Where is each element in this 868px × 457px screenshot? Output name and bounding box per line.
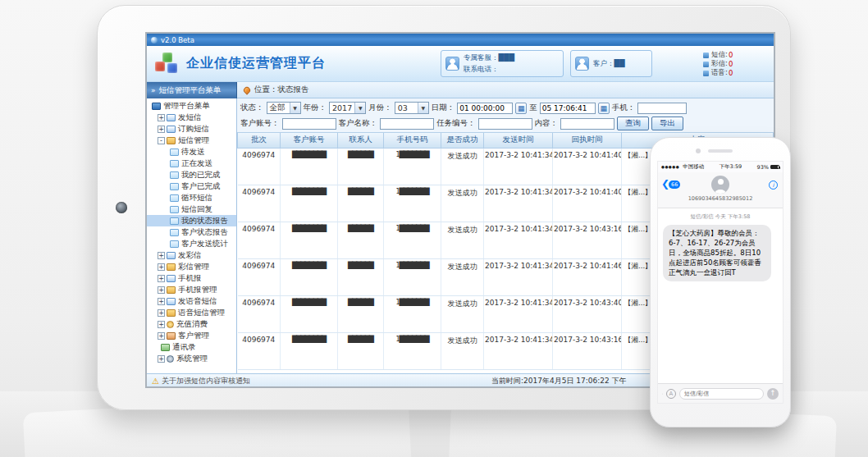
expander-icon[interactable]: + bbox=[158, 321, 165, 328]
date-from-input[interactable] bbox=[457, 103, 513, 114]
apps-icon[interactable]: A bbox=[666, 389, 676, 399]
to-label: 至 bbox=[529, 103, 537, 113]
sidebar-item[interactable]: +发短信 bbox=[147, 112, 236, 123]
expander-icon[interactable]: - bbox=[158, 137, 165, 144]
expander-icon[interactable]: + bbox=[158, 298, 165, 305]
sidebar-item[interactable]: +系统管理 bbox=[147, 353, 236, 364]
expander-icon[interactable]: + bbox=[158, 126, 165, 133]
account-input[interactable] bbox=[282, 118, 336, 130]
window-title-bar: v2.0 Beta bbox=[147, 34, 774, 46]
sidebar-item[interactable]: 管理平台菜单 bbox=[147, 100, 236, 112]
phone-label: 手机： bbox=[612, 103, 636, 113]
sidebar-item-label: 短信回复 bbox=[181, 204, 212, 215]
cube-red-icon bbox=[155, 62, 165, 71]
expander-icon[interactable]: + bbox=[158, 275, 165, 282]
column-header[interactable]: 手机号码 bbox=[384, 133, 441, 148]
sidebar-item[interactable]: 通讯录 bbox=[147, 341, 236, 353]
message-input[interactable] bbox=[679, 388, 764, 400]
expander-icon[interactable]: + bbox=[158, 114, 165, 121]
column-header[interactable]: 批次 bbox=[238, 133, 281, 148]
year-select[interactable]: 2017 ▼ bbox=[329, 102, 366, 114]
cell-phone: 1███████ bbox=[384, 185, 441, 222]
mail-icon bbox=[167, 298, 176, 305]
cell-account: ████████ bbox=[281, 148, 338, 185]
sidebar-item-label: 客户管理 bbox=[178, 331, 209, 341]
sidebar-item[interactable]: 循环短信 bbox=[147, 192, 236, 203]
sidebar-item[interactable]: 我的已完成 bbox=[147, 169, 236, 181]
status-select[interactable]: 全部 ▼ bbox=[267, 102, 301, 114]
conversation-area: 短信/彩信 今天 下午3:58 【芝心大药房】尊敬的会员：6-7、16-17、2… bbox=[658, 208, 783, 281]
sidebar-item[interactable]: +手机报管理 bbox=[147, 284, 236, 295]
cell-contact: ██████ bbox=[338, 332, 384, 369]
column-header[interactable]: 是否成功 bbox=[441, 133, 484, 148]
phone-screen: ●●●●● 中国移动 下午3:59 93% ❮ 66 i 10690346458… bbox=[657, 161, 783, 404]
calendar-icon[interactable]: ▦ bbox=[515, 103, 527, 114]
month-select[interactable]: 03 ▼ bbox=[395, 102, 429, 114]
book-icon bbox=[161, 344, 170, 351]
mail-icon bbox=[167, 275, 176, 282]
stat-bullet-icon bbox=[703, 53, 709, 58]
phone-speaker bbox=[708, 149, 733, 153]
camera-icon[interactable] bbox=[662, 390, 663, 398]
stat-label: 语音: bbox=[711, 68, 728, 78]
sidebar-item[interactable]: +订购短信 bbox=[147, 123, 236, 135]
notice-link[interactable]: ⚠ 关于加强短信内容审核通知 bbox=[152, 376, 250, 386]
message-input-bar: A ↑ bbox=[658, 383, 783, 403]
search-button[interactable]: 查询 bbox=[617, 117, 649, 130]
sidebar-header: » 短信管理平台菜单 bbox=[147, 82, 237, 98]
sidebar-item[interactable]: +客户管理 bbox=[147, 330, 236, 341]
calendar-icon[interactable]: ▦ bbox=[598, 103, 610, 114]
battery-icon bbox=[770, 165, 779, 169]
customer-name-input[interactable] bbox=[380, 118, 434, 130]
cell-contact: ██████ bbox=[338, 295, 384, 332]
sidebar-tree: 管理平台菜单+发短信+订购短信-短信管理待发送正在发送我的已完成客户已完成循环短… bbox=[147, 98, 237, 373]
chevron-down-icon: ▼ bbox=[290, 103, 300, 113]
chevron-down-icon: ▼ bbox=[418, 103, 428, 113]
sidebar-item[interactable]: +彩信管理 bbox=[147, 261, 236, 272]
sidebar-item[interactable]: 正在发送 bbox=[147, 158, 236, 169]
column-header[interactable]: 联系人 bbox=[338, 133, 384, 148]
column-header[interactable]: 客户账号 bbox=[281, 133, 338, 148]
sidebar-item-label: 彩信管理 bbox=[178, 262, 209, 272]
cell-receipt_time: 2017-3-2 10:41:40 bbox=[553, 148, 622, 185]
date-to-input[interactable] bbox=[540, 103, 596, 114]
sidebar-item[interactable]: +发彩信 bbox=[147, 249, 236, 261]
sidebar-item[interactable]: 待发送 bbox=[147, 146, 236, 158]
expander-icon[interactable]: + bbox=[158, 309, 165, 317]
cell-receipt_time: 2017-3-2 10:43:16 bbox=[553, 332, 622, 369]
sidebar-item[interactable]: -短信管理 bbox=[147, 135, 236, 146]
content-input[interactable] bbox=[560, 118, 614, 130]
expander-icon[interactable]: + bbox=[158, 355, 165, 363]
cell-status: 发送成功 bbox=[441, 332, 484, 369]
cell-batch: 4096974 bbox=[238, 185, 281, 222]
sidebar-item[interactable]: 客户状态报告 bbox=[147, 226, 236, 238]
expander-icon[interactable]: + bbox=[158, 332, 165, 340]
expander-icon[interactable]: + bbox=[158, 263, 165, 271]
column-header[interactable]: 发送时间 bbox=[484, 133, 553, 148]
task-number-input[interactable] bbox=[478, 118, 532, 130]
filter-panel: 状态： 全部 ▼ 年份： 2017 ▼ 月份： bbox=[237, 98, 774, 133]
sidebar-item[interactable]: +充值消费 bbox=[147, 318, 236, 330]
sidebar-item[interactable]: 客户已完成 bbox=[147, 181, 236, 192]
expander-icon[interactable]: + bbox=[158, 286, 165, 294]
back-badge[interactable]: 66 bbox=[669, 181, 680, 189]
expander-icon[interactable]: + bbox=[158, 252, 165, 259]
cell-contact: ██████ bbox=[338, 222, 384, 258]
current-time: 当前时间:2017年4月5日 17:06:22 下午 bbox=[491, 376, 627, 386]
phone-input[interactable] bbox=[637, 103, 687, 114]
info-icon[interactable]: i bbox=[769, 181, 778, 190]
export-button[interactable]: 导出 bbox=[651, 117, 683, 130]
column-header[interactable]: 回执时间 bbox=[553, 133, 622, 148]
sidebar-item-label: 发彩信 bbox=[178, 250, 202, 261]
sidebar-item[interactable]: 短信回复 bbox=[147, 203, 236, 215]
account-label: 客户账号： bbox=[240, 118, 280, 129]
sidebar-item[interactable]: +手机报 bbox=[147, 272, 236, 284]
sidebar-item[interactable]: +语音短信管理 bbox=[147, 307, 236, 318]
send-button[interactable]: ↑ bbox=[767, 388, 779, 400]
sidebar-item-label: 短信管理 bbox=[178, 135, 209, 146]
sidebar-item[interactable]: +发语音短信 bbox=[147, 295, 236, 307]
header-stat: 语音:0 bbox=[703, 69, 767, 77]
sidebar-item[interactable]: 我的状态报告 bbox=[147, 215, 236, 226]
sidebar-header-label: 短信管理平台菜单 bbox=[159, 85, 222, 96]
sidebar-item[interactable]: 客户发送统计 bbox=[147, 238, 236, 249]
